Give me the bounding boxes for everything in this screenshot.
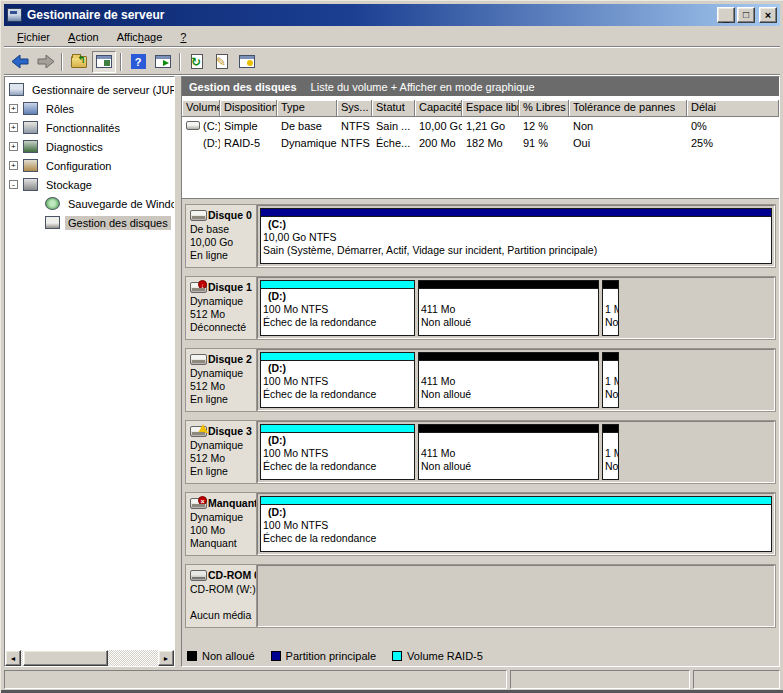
partition-d-raid5[interactable]: (D:) 100 Mo NTFS Échec de la redondance bbox=[260, 424, 415, 480]
partition-c[interactable]: (C:) 10,00 Go NTFS Sain (Système, Démarr… bbox=[260, 208, 772, 264]
refresh-button[interactable]: ↻ bbox=[185, 51, 209, 73]
status-panel-main bbox=[4, 670, 507, 689]
tree-item-roles[interactable]: + Rôles bbox=[5, 99, 174, 118]
menu-help[interactable]: ? bbox=[171, 29, 195, 45]
new-window-icon bbox=[155, 55, 171, 68]
hard-disk-warning-icon bbox=[190, 426, 207, 437]
column-header-tolerance[interactable]: Tolérance de pannes bbox=[569, 100, 687, 117]
expand-toggle[interactable]: + bbox=[9, 161, 18, 170]
new-window-button[interactable] bbox=[151, 51, 175, 73]
disk-label-cdrom0[interactable]: CD-ROM 0 CD-ROM (W:) Aucun média bbox=[186, 565, 257, 627]
unallocated-region-small[interactable]: 1 Mo Non alloué bbox=[602, 424, 619, 480]
properties-button[interactable]: ✎ bbox=[210, 51, 234, 73]
tree-item-stockage[interactable]: - Stockage bbox=[5, 175, 174, 194]
partition-d-raid5[interactable]: (D:) 100 Mo NTFS Échec de la redondance bbox=[260, 496, 772, 552]
column-header-disposition[interactable]: Disposition bbox=[220, 100, 277, 117]
disk-row-manquant: ×Manquant Dynamique 100 Mo Manquant (D:)… bbox=[185, 492, 776, 556]
tree-item-server-manager-root[interactable]: Gestionnaire de serveur (JUR bbox=[5, 80, 174, 99]
volume-table-header: Volume Disposition Type Sys... Statut Ca… bbox=[182, 100, 779, 117]
expand-toggle[interactable]: + bbox=[9, 123, 18, 132]
menu-action[interactable]: Action bbox=[59, 29, 108, 45]
expand-toggle[interactable]: + bbox=[9, 104, 18, 113]
volume-row-d[interactable]: (D:) RAID-5 Dynamique NTFS Éche... 200 M… bbox=[182, 134, 779, 151]
partition-color-bar bbox=[419, 353, 598, 361]
collapse-toggle[interactable]: - bbox=[9, 180, 18, 189]
back-button[interactable] bbox=[8, 51, 32, 73]
partition-d-raid5[interactable]: (D:) 100 Mo NTFS Échec de la redondance bbox=[260, 352, 415, 408]
disk-management-icon bbox=[45, 216, 60, 229]
column-header-volume[interactable]: Volume bbox=[182, 100, 220, 117]
disk-graph-disque1: (D:) 100 Mo NTFS Échec de la redondance … bbox=[257, 277, 775, 339]
remote-config-button[interactable] bbox=[235, 51, 259, 73]
windows-backup-icon bbox=[45, 197, 60, 210]
legend-primary-partition: Partition principale bbox=[271, 650, 377, 662]
column-header-statut[interactable]: Statut bbox=[372, 100, 415, 117]
column-header-espace-libre[interactable]: Espace libre bbox=[462, 100, 519, 117]
partition-color-bar bbox=[603, 281, 618, 289]
unallocated-region[interactable]: 411 Mo Non alloué bbox=[418, 280, 599, 336]
tree-item-fonctionnalites[interactable]: + Fonctionnalités bbox=[5, 118, 174, 137]
column-header-systeme[interactable]: Sys... bbox=[337, 100, 372, 117]
column-header-type[interactable]: Type bbox=[277, 100, 337, 117]
disk-label-disque0[interactable]: Disque 0 De base 10,00 Go En ligne bbox=[186, 205, 257, 267]
show-console-tree-button[interactable] bbox=[92, 51, 116, 73]
disk-label-disque3[interactable]: Disque 3 Dynamique 512 Mo En ligne bbox=[186, 421, 257, 483]
tree-item-sauvegarde-windows[interactable]: Sauvegarde de Windo bbox=[5, 194, 174, 213]
disk-label-disque1[interactable]: ↓Disque 1 Dynamique 512 Mo Déconnecté bbox=[186, 277, 257, 339]
disk-management-panel: Gestion des disques Liste du volume + Af… bbox=[181, 76, 780, 667]
minimize-button[interactable]: _ bbox=[717, 7, 735, 23]
close-button[interactable]: × bbox=[759, 7, 777, 23]
diagnostics-icon bbox=[23, 140, 38, 153]
hard-disk-missing-icon: × bbox=[190, 498, 207, 509]
console-tree-panel: Gestionnaire de serveur (JUR + Rôles + F… bbox=[4, 76, 175, 667]
forward-arrow-icon bbox=[37, 55, 54, 68]
disk-label-disque2[interactable]: Disque 2 Dynamique 512 Mo En ligne bbox=[186, 349, 257, 411]
menu-bar: Fichier Action Affichage ? bbox=[4, 27, 780, 47]
column-header-pct-libres[interactable]: % Libres bbox=[519, 100, 569, 117]
maximize-button[interactable]: □ bbox=[737, 7, 755, 23]
titlebar[interactable]: Gestionnaire de serveur _ □ × bbox=[4, 4, 780, 26]
up-one-level-button[interactable]: ↰ bbox=[67, 51, 91, 73]
unallocated-region-small[interactable]: 1 Mo Non alloué bbox=[602, 352, 619, 408]
volume-list: Volume Disposition Type Sys... Statut Ca… bbox=[182, 96, 779, 199]
hard-disk-offline-icon: ↓ bbox=[190, 282, 207, 293]
tree-item-diagnostics[interactable]: + Diagnostics bbox=[5, 137, 174, 156]
panel-subtitle: Liste du volume + Afficher en mode graph… bbox=[311, 81, 535, 93]
partition-color-bar bbox=[261, 497, 771, 505]
status-bar bbox=[4, 670, 780, 689]
tree-item-configuration[interactable]: + Configuration bbox=[5, 156, 174, 175]
legend-unallocated: Non alloué bbox=[187, 650, 255, 662]
unallocated-region-small[interactable]: 1 Mo Non alloué bbox=[602, 280, 619, 336]
disk-row-disque3: Disque 3 Dynamique 512 Mo En ligne (D:) … bbox=[185, 420, 776, 484]
legend-color-raid5 bbox=[392, 651, 402, 661]
scroll-left-button[interactable]: ◄ bbox=[5, 650, 21, 666]
expand-toggle[interactable]: + bbox=[9, 142, 18, 151]
partition-color-bar bbox=[261, 209, 771, 217]
menu-affichage[interactable]: Affichage bbox=[108, 29, 172, 45]
column-header-delai[interactable]: Délai bbox=[687, 100, 779, 117]
help-button[interactable]: ? bbox=[126, 51, 150, 73]
unallocated-region[interactable]: 411 Mo Non alloué bbox=[418, 424, 599, 480]
menu-fichier[interactable]: Fichier bbox=[8, 29, 59, 45]
scrollbar-thumb[interactable] bbox=[23, 650, 108, 666]
disk-row-cdrom0: CD-ROM 0 CD-ROM (W:) Aucun média bbox=[185, 564, 776, 628]
scrollbar-track[interactable] bbox=[21, 650, 158, 666]
partition-d-raid5[interactable]: (D:) 100 Mo NTFS Échec de la redondance bbox=[260, 280, 415, 336]
main-area: Gestionnaire de serveur (JUR + Rôles + F… bbox=[4, 76, 780, 667]
toolbar-separator bbox=[179, 53, 181, 71]
tree-item-gestion-des-disques[interactable]: Gestion des disques bbox=[5, 213, 174, 232]
disk-graph-cdrom0 bbox=[257, 565, 775, 627]
scroll-right-button[interactable]: ► bbox=[158, 650, 174, 666]
column-header-capacite[interactable]: Capacité bbox=[415, 100, 462, 117]
volume-row-c[interactable]: (C:) Simple De base NTFS Sain ... 10,00 … bbox=[182, 117, 779, 134]
console-tree: Gestionnaire de serveur (JUR + Rôles + F… bbox=[5, 77, 174, 232]
legend-color-primary-partition bbox=[271, 651, 281, 661]
unallocated-region[interactable]: 411 Mo Non alloué bbox=[418, 352, 599, 408]
forward-button[interactable] bbox=[33, 51, 57, 73]
cdrom-icon bbox=[190, 570, 207, 581]
up-folder-icon: ↰ bbox=[71, 56, 87, 68]
tree-horizontal-scrollbar[interactable]: ◄ ► bbox=[5, 650, 174, 666]
volume-icon bbox=[186, 121, 200, 130]
partition-color-bar bbox=[603, 425, 618, 433]
disk-label-manquant[interactable]: ×Manquant Dynamique 100 Mo Manquant bbox=[186, 493, 257, 555]
